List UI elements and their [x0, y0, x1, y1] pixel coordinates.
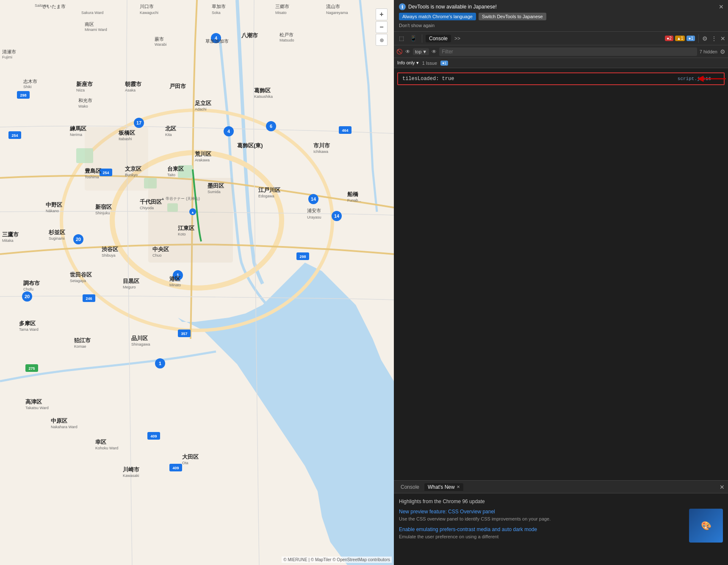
- info-only-filter[interactable]: Info only ▾: [397, 60, 419, 66]
- svg-rect-9: [85, 127, 148, 191]
- issue-count[interactable]: 1 Issue: [422, 61, 437, 66]
- svg-text:409: 409: [150, 434, 157, 438]
- console-filter-input[interactable]: [439, 47, 697, 56]
- svg-text:▲: ▲: [191, 210, 194, 214]
- inspect-element-button[interactable]: ⬚: [396, 33, 407, 44]
- tab-whats-new[interactable]: What's New ✕: [424, 483, 463, 491]
- error-count-badge[interactable]: ●2: [665, 36, 673, 41]
- map-container[interactable]: 4 14 1 17 20 4 6 298 254 254 464 14: [0, 0, 394, 565]
- compass-button[interactable]: ◎: [376, 34, 388, 46]
- console-filter-bar: 🚫 👁 top ▼ 👁 7 hidden ⚙: [394, 45, 728, 58]
- whats-new-item-1: 🎨 New preview feature: CSS Overview pane…: [399, 509, 723, 522]
- svg-text:246: 246: [86, 296, 92, 301]
- svg-text:1: 1: [177, 273, 179, 278]
- devtools-panel: ℹ DevTools is now available in Japanese!…: [394, 0, 728, 565]
- settings-button[interactable]: ⚙: [702, 35, 708, 42]
- map-attribution: © MIERUNE | © MapTiler © OpenStreetMap c…: [282, 557, 392, 563]
- svg-text:357: 357: [181, 332, 187, 336]
- bottom-panel: Console What's New ✕ ✕ Highlights from t…: [394, 480, 728, 565]
- svg-text:1: 1: [159, 361, 161, 366]
- svg-text:298: 298: [299, 255, 306, 259]
- svg-text:14: 14: [334, 213, 340, 219]
- issue-badge: ●1: [440, 61, 448, 66]
- svg-text:20: 20: [25, 294, 30, 299]
- tab-console-bottom[interactable]: Console: [397, 483, 423, 491]
- match-language-button[interactable]: Always match Chrome's language: [399, 13, 476, 20]
- whats-new-item-2: Enable emulating prefers-contrast media …: [399, 526, 723, 540]
- more-tabs-button[interactable]: >>: [453, 35, 462, 42]
- whats-new-close-button[interactable]: ✕: [457, 485, 460, 489]
- log-level-dropdown[interactable]: top ▼: [413, 48, 429, 55]
- tab-console[interactable]: Console: [426, 35, 451, 42]
- svg-text:254: 254: [11, 133, 18, 138]
- whats-new-item-desc-1: Use the CSS overview panel to identify C…: [399, 516, 723, 522]
- warning-count-badge[interactable]: ▲1: [675, 36, 685, 41]
- notification-buttons: Always match Chrome's language Switch De…: [399, 13, 723, 20]
- notification-close-button[interactable]: ✕: [719, 3, 724, 10]
- whats-new-item-title-1[interactable]: New preview feature: CSS Overview panel: [399, 509, 723, 515]
- svg-text:254: 254: [102, 171, 109, 175]
- console-output-area: tilesLoaded: true script.js:16: [394, 68, 728, 480]
- svg-rect-8: [148, 178, 233, 263]
- svg-text:275: 275: [28, 366, 35, 371]
- annotation-arrow: [696, 72, 728, 85]
- info-count-badge[interactable]: ●1: [686, 36, 695, 41]
- device-toggle-button[interactable]: 📱: [408, 33, 418, 44]
- filter-eye-button[interactable]: 👁: [405, 49, 410, 55]
- console-settings-button[interactable]: ⚙: [720, 48, 725, 55]
- svg-text:464: 464: [342, 128, 348, 133]
- more-options-button[interactable]: ⋮: [711, 35, 717, 42]
- notification-banner: ℹ DevTools is now available in Japanese!…: [394, 0, 728, 32]
- notification-title: ℹ DevTools is now available in Japanese!: [399, 3, 723, 10]
- zoom-in-button[interactable]: +: [376, 8, 388, 20]
- whats-new-heading: Highlights from the Chrome 96 update: [399, 499, 723, 504]
- console-log-entry: tilesLoaded: true script.js:16: [397, 72, 725, 85]
- devtools-toolbar: ⬚ 📱 Console >> ●2 ▲1 ●1 ⚙ ⋮ ✕: [394, 32, 728, 45]
- whats-new-image-1: 🎨: [689, 509, 723, 543]
- svg-text:298: 298: [20, 93, 26, 97]
- switch-language-button[interactable]: Switch DevTools to Japanese: [479, 13, 546, 20]
- filter-clear-button[interactable]: 🚫: [396, 49, 403, 55]
- svg-text:4: 4: [215, 36, 218, 41]
- whats-new-item-title-2[interactable]: Enable emulating prefers-contrast media …: [399, 526, 723, 532]
- toolbar-divider-1: [422, 34, 422, 43]
- toolbar-divider-2: [698, 34, 699, 43]
- hidden-count-label: 7 hidden: [700, 49, 717, 54]
- svg-text:4: 4: [227, 129, 230, 134]
- bottom-tabs-bar: Console What's New ✕ ✕: [394, 481, 728, 493]
- custom-format-button[interactable]: 👁: [432, 49, 437, 55]
- info-icon: ℹ: [399, 3, 406, 10]
- dont-show-link[interactable]: Don't show again: [399, 23, 723, 28]
- whats-new-content: Highlights from the Chrome 96 update 🎨 N…: [394, 493, 728, 565]
- bottom-panel-close-button[interactable]: ✕: [720, 484, 725, 490]
- svg-text:6: 6: [270, 124, 272, 129]
- zoom-out-button[interactable]: −: [376, 21, 388, 33]
- svg-text:17: 17: [136, 120, 141, 125]
- console-info-bar: Info only ▾ 1 Issue ●1: [394, 58, 728, 68]
- close-devtools-button[interactable]: ✕: [720, 35, 725, 42]
- svg-text:14: 14: [311, 197, 316, 202]
- svg-text:409: 409: [172, 466, 179, 470]
- whats-new-item-desc-2: Emulate the user preference on using a d…: [399, 534, 723, 540]
- svg-rect-7: [178, 165, 193, 178]
- map-controls: + − ◎: [376, 8, 388, 46]
- svg-text:20: 20: [76, 237, 81, 242]
- log-content: tilesLoaded: true: [402, 76, 454, 82]
